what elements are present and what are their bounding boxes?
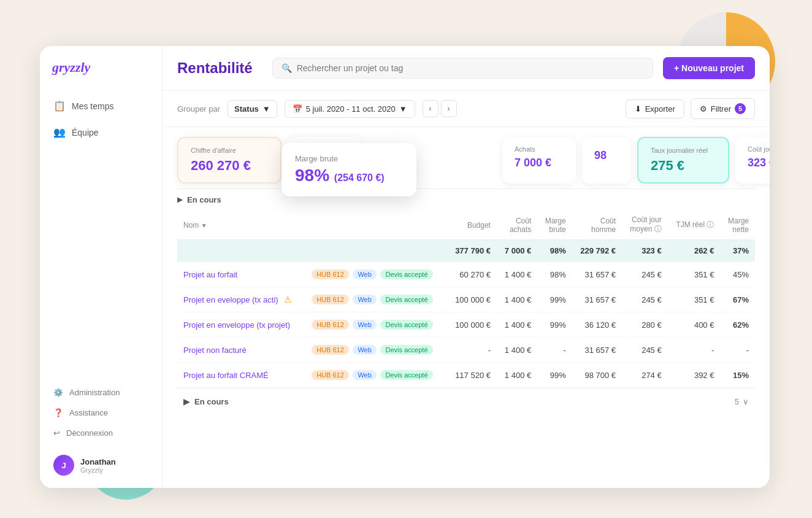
project-link-2[interactable]: Projet en eveloppe (tx acti): [183, 295, 278, 304]
budget-5: 117 520 €: [447, 363, 497, 388]
metric-chiffre-value: 260 270 €: [191, 158, 268, 174]
metric-cout-jour[interactable]: Coût jour moyen 323 €: [735, 137, 770, 184]
sidebar-item-deconnexion[interactable]: ↩ Déconnexion: [46, 423, 156, 443]
sidebar-item-label-equipe: Équipe: [72, 128, 99, 137]
tjm-1: 351 €: [668, 262, 721, 287]
sidebar-item-equipe[interactable]: 👥 Équipe: [46, 120, 156, 144]
metric-cout-jour-value: 323 €: [748, 157, 770, 169]
prev-arrow-button[interactable]: ‹: [423, 100, 439, 117]
tag-hub: HUB 612: [312, 370, 349, 380]
filter-button[interactable]: ⚙ Filtrer 5: [691, 98, 755, 119]
search-input[interactable]: [297, 63, 644, 73]
cout-achats-2: 1 400 €: [497, 287, 537, 312]
col-header-cout-achats: Coûtachats: [497, 211, 537, 240]
chevron-down-icon: ▼: [262, 104, 270, 114]
tjm-2: 351 €: [668, 287, 721, 312]
metric-tjm-value: 275 €: [651, 158, 716, 174]
assistance-label: Assistance: [69, 408, 108, 417]
budget-3: 100 000 €: [447, 312, 497, 338]
tags-cell-2: HUB 612 Web Devis accepté: [305, 287, 446, 312]
summary-cout-homme: 229 792 €: [572, 240, 622, 262]
project-link-3[interactable]: Projet en enveloppe (tx projet): [183, 320, 290, 330]
tjm-4: -: [668, 338, 721, 363]
cout-homme-1: 31 657 €: [572, 262, 622, 287]
logo: gryzzly: [40, 46, 162, 94]
export-label: Exporter: [645, 104, 675, 114]
metric-chiffre-label: Chiffre d'affaire: [191, 147, 268, 154]
search-bar[interactable]: 🔍: [272, 58, 653, 79]
cout-homme-4: 31 657 €: [572, 338, 622, 363]
metric-achats[interactable]: Achats 7 000 €: [502, 137, 576, 184]
metric-chiffre-affaire[interactable]: Chiffre d'affaire 260 270 €: [177, 137, 282, 184]
cout-homme-5: 98 700 €: [572, 363, 622, 388]
col-header-marge-nette: Margenette: [720, 211, 755, 240]
marge-nette-1: 45%: [720, 262, 755, 287]
cout-jour-4: 245 €: [622, 338, 668, 363]
avatar-initials: J: [61, 461, 66, 470]
marge-brute-5: 99%: [537, 363, 572, 388]
metric-98[interactable]: 98: [582, 137, 631, 184]
summary-marge-nette: 37%: [720, 240, 755, 262]
tooltip-marge-brute: Marge brute 98% (254 670 €): [282, 143, 416, 196]
metric-cout-jour-label: Coût jour moyen: [748, 145, 770, 153]
date-picker[interactable]: 📅 5 juil. 2020 - 11 oct. 2020 ▼: [285, 100, 415, 118]
col-header-nom[interactable]: Nom ▼: [177, 211, 305, 240]
user-company: Gryzzly: [80, 466, 116, 474]
tooltip-marge-brute-label: Marge brute: [295, 154, 403, 163]
tag-web: Web: [353, 269, 376, 279]
table-row: Projet en eveloppe (tx acti) ⚠ HUB 612 W…: [177, 287, 755, 312]
table-row: Projet au forfait CRAMÉ HUB 612 Web Devi…: [177, 363, 755, 388]
cout-jour-5: 274 €: [622, 363, 668, 388]
marge-brute-3: 99%: [537, 312, 572, 338]
user-profile: J Jonathan Gryzzly: [46, 447, 156, 476]
next-arrow-button[interactable]: ›: [441, 100, 457, 117]
toolbar: Grouper par Status ▼ 📅 5 juil. 2020 - 11…: [163, 91, 770, 127]
tag-hub: HUB 612: [312, 320, 349, 330]
tjm-3: 400 €: [668, 312, 721, 338]
col-header-marge-brute: Margebrute: [537, 211, 572, 240]
logout-icon: ↩: [53, 428, 60, 438]
marge-nette-4: -: [720, 338, 755, 363]
metric-marge-brute-container: d'affaire 790 € Marge brute 98% (254 670…: [288, 137, 361, 184]
metric-achats-value: 7 000 €: [515, 157, 564, 169]
budget-2: 100 000 €: [447, 287, 497, 312]
project-link-5[interactable]: Projet au forfait CRAMÉ: [183, 371, 269, 380]
sidebar-item-label-mes-temps: Mes temps: [72, 101, 113, 111]
budget-1: 60 270 €: [447, 262, 497, 287]
sidebar-item-administration[interactable]: ⚙️ Administration: [46, 383, 156, 402]
tooltip-marge-brute-value: 98% (254 670 €): [295, 166, 403, 185]
metrics-area: Chiffre d'affaire 260 270 € d'affaire 79…: [163, 127, 770, 188]
table-row: Projet au forfait HUB 612 Web Devis acce…: [177, 262, 755, 287]
tag-devis: Devis accepté: [380, 370, 432, 380]
sidebar-item-assistance[interactable]: ❓ Assistance: [46, 403, 156, 422]
new-project-button[interactable]: + Nouveau projet: [663, 57, 755, 79]
tag-hub: HUB 612: [312, 295, 349, 304]
cout-homme-2: 31 657 €: [572, 287, 622, 312]
status-dropdown[interactable]: Status ▼: [228, 100, 277, 118]
nav-arrows: ‹ ›: [423, 100, 457, 117]
project-link-4[interactable]: Projet non facturé: [183, 346, 247, 355]
sidebar-bottom: ⚙️ Administration ❓ Assistance ↩ Déconne…: [40, 383, 162, 476]
metric-tjm[interactable]: Taux journalier réel 275 €: [637, 137, 729, 184]
metric-tjm-label: Taux journalier réel: [651, 147, 716, 154]
export-button[interactable]: ⬇ Exporter: [626, 99, 684, 118]
cout-achats-3: 1 400 €: [497, 312, 537, 338]
group-header-en-cours[interactable]: ▶ En cours: [177, 188, 755, 211]
metric-98-value: 98: [594, 149, 619, 162]
metric-tjm-container: Taux journalier réel 275 €: [637, 137, 729, 184]
tag-web: Web: [353, 345, 376, 355]
tags-cell-3: HUB 612 Web Devis accepté: [305, 312, 446, 338]
group-header-en-cours-2[interactable]: ▶ En cours 5 ∨: [177, 388, 755, 415]
avatar: J: [53, 455, 74, 476]
main-card: gryzzly 📋 Mes temps 👥 Équipe ⚙️ Administ…: [40, 46, 770, 488]
date-range-label: 5 juil. 2020 - 11 oct. 2020: [306, 104, 396, 114]
project-link-1[interactable]: Projet au forfait: [183, 270, 237, 279]
summary-row: 377 790 € 7 000 € 98% 229 792 € 323 € 26…: [177, 240, 755, 262]
cout-homme-3: 36 120 €: [572, 312, 622, 338]
page-title: Rentabilité: [177, 60, 253, 77]
tag-hub: HUB 612: [312, 345, 349, 355]
group-2-count-value: 5: [735, 397, 739, 406]
sort-icon: ▼: [201, 222, 207, 229]
tag-hub: HUB 612: [312, 269, 349, 279]
sidebar-item-mes-temps[interactable]: 📋 Mes temps: [46, 94, 156, 118]
